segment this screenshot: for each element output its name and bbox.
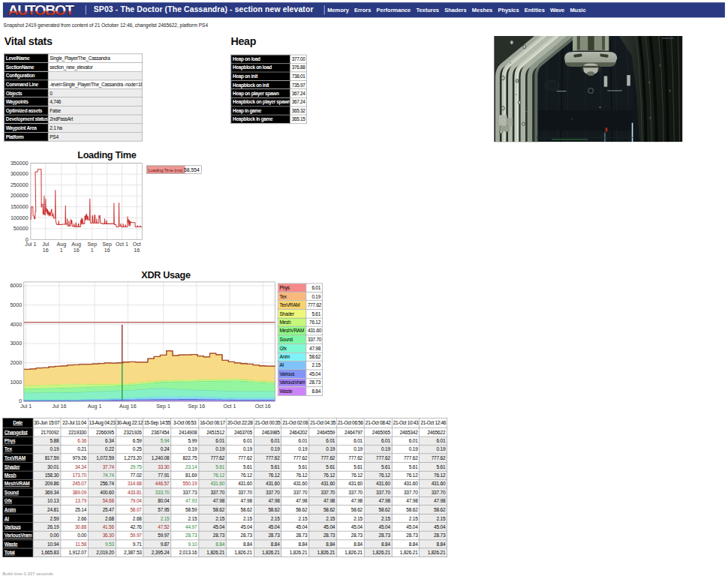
svg-text:58,554: 58,554	[184, 167, 200, 172]
svg-text:200000: 200000	[11, 193, 29, 199]
svg-text:Aug 1: Aug 1	[88, 404, 102, 410]
svg-text:4000: 4000	[10, 322, 22, 328]
svg-text:Loading Time (ms): Loading Time (ms)	[149, 167, 183, 172]
svg-text:Oct: Oct	[133, 242, 141, 248]
svg-text:150000: 150000	[11, 204, 29, 210]
svg-text:1: 1	[91, 248, 94, 254]
svg-text:350000: 350000	[11, 160, 29, 166]
svg-text:Jul 1: Jul 1	[20, 404, 32, 410]
svg-text:Jul 1: Jul 1	[25, 242, 36, 248]
svg-text:Aug 16: Aug 16	[119, 404, 137, 410]
svg-text:Oct 1: Oct 1	[224, 404, 236, 410]
svg-text:16: 16	[43, 248, 49, 254]
svg-text:AUTOBOT: AUTOBOT	[8, 3, 74, 18]
svg-text:100000: 100000	[11, 215, 29, 221]
svg-text:Aug: Aug	[71, 242, 81, 248]
svg-text:Sep 16: Sep 16	[188, 404, 206, 410]
svg-text:Sep: Sep	[87, 242, 97, 248]
svg-text:Oct 1: Oct 1	[116, 242, 128, 248]
svg-text:300000: 300000	[11, 171, 29, 177]
svg-text:Jul 16: Jul 16	[52, 404, 66, 410]
svg-text:Sep 1: Sep 1	[156, 404, 170, 410]
svg-text:Aug: Aug	[57, 242, 67, 248]
svg-text:6000: 6000	[10, 283, 22, 289]
svg-text:16: 16	[134, 248, 140, 254]
svg-text:1: 1	[60, 248, 63, 254]
svg-text:250000: 250000	[11, 182, 29, 188]
svg-text:Oct 16: Oct 16	[255, 404, 271, 410]
svg-text:50000: 50000	[14, 226, 29, 232]
svg-text:1000: 1000	[10, 380, 22, 386]
svg-text:Sep: Sep	[102, 242, 112, 248]
svg-text:Jul: Jul	[42, 242, 50, 248]
svg-text:16: 16	[104, 248, 110, 254]
svg-text:16: 16	[74, 248, 80, 254]
svg-text:3000: 3000	[10, 340, 22, 346]
svg-text:2000: 2000	[10, 360, 22, 366]
svg-text:5000: 5000	[10, 302, 22, 308]
